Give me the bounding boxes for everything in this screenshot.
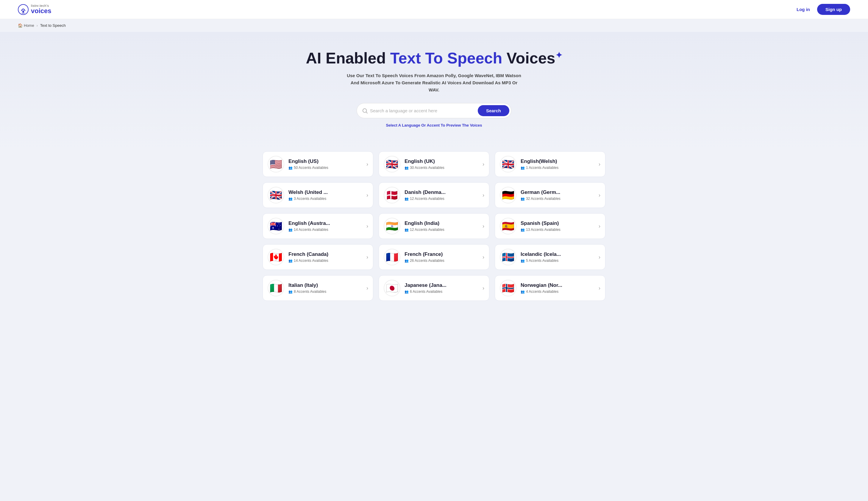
voice-name: Welsh (United ... — [288, 190, 362, 195]
voice-name: English (India) — [405, 221, 479, 226]
voice-info: German (Germ... 32 Accents Availables — [520, 190, 594, 201]
voice-name: Icelandic (Icela... — [520, 252, 594, 257]
hero-title: AI Enabled Text To Speech Voices✦ — [6, 50, 862, 67]
voice-card[interactable]: 🇫🇷 French (France) 26 Accents Availables… — [378, 244, 490, 270]
chevron-right-icon: › — [366, 192, 368, 199]
chevron-right-icon: › — [483, 285, 484, 291]
voice-card[interactable]: 🇪🇸 Spanish (Spain) 13 Accents Availables… — [495, 213, 605, 239]
flag-icon: 🇳🇴 — [500, 280, 516, 296]
voice-info: Italian (Italy) 8 Accents Availables — [288, 283, 362, 294]
voice-accents: 12 Accents Availables — [405, 227, 479, 232]
breadcrumb-home-label: Home — [24, 23, 34, 28]
signup-button[interactable]: Sign up — [817, 4, 850, 15]
voice-info: English(Welsh) 1 Accents Availables — [520, 159, 594, 170]
login-button[interactable]: Log in — [796, 7, 810, 12]
flag-icon: 🇪🇸 — [500, 218, 516, 234]
hero-title-blue: Text To Speech — [390, 50, 503, 67]
hero-title-part1: AI Enabled — [306, 50, 390, 67]
voice-card[interactable]: 🇮🇳 English (India) 12 Accents Availables… — [378, 213, 490, 239]
chevron-right-icon: › — [483, 192, 484, 199]
voice-name: German (Germ... — [520, 190, 594, 195]
flag-icon: 🇩🇪 — [500, 187, 516, 203]
hero-subtitle: Use Our Text To Speech Voices From Amazo… — [345, 72, 523, 94]
voice-card[interactable]: 🇬🇧 English(Welsh) 1 Accents Availables › — [495, 151, 605, 177]
home-icon: 🏠 — [18, 23, 23, 28]
voice-accents: 30 Accents Availables — [405, 166, 479, 170]
chevron-right-icon: › — [483, 223, 484, 230]
svg-line-5 — [366, 112, 367, 113]
search-section: Search — [6, 103, 862, 118]
voice-card[interactable]: 🇺🇸 English (US) 50 Accents Availables › — [263, 151, 373, 177]
voice-info: English (Austra... 14 Accents Availables — [288, 221, 362, 232]
voice-card[interactable]: 🇬🇧 Welsh (United ... 3 Accents Available… — [263, 182, 373, 208]
voices-grid: 🇺🇸 English (US) 50 Accents Availables › … — [255, 151, 613, 319]
voice-card[interactable]: 🇨🇦 French (Canada) 14 Accents Availables… — [263, 244, 373, 270]
voice-accents: 26 Accents Availables — [405, 258, 479, 263]
logo-bottom-text: voices — [31, 8, 52, 14]
flag-icon: 🇬🇧 — [384, 156, 400, 172]
voice-card[interactable]: 🇯🇵 Japanese (Jana... 6 Accents Available… — [378, 275, 490, 301]
hero-title-part2: Voices — [502, 50, 555, 67]
search-input[interactable] — [370, 108, 475, 113]
voice-card[interactable]: 🇦🇺 English (Austra... 14 Accents Availab… — [263, 213, 373, 239]
voice-name: French (France) — [405, 252, 479, 257]
voice-name: Italian (Italy) — [288, 283, 362, 288]
voice-info: Welsh (United ... 3 Accents Availables — [288, 190, 362, 201]
flag-icon: 🇯🇵 — [384, 280, 400, 296]
voice-accents: 6 Accents Availables — [405, 289, 479, 294]
voice-accents: 3 Accents Availables — [288, 196, 362, 201]
voice-name: French (Canada) — [288, 252, 362, 257]
voice-name: English(Welsh) — [520, 159, 594, 164]
chevron-right-icon: › — [366, 223, 368, 230]
voice-accents: 32 Accents Availables — [520, 196, 594, 201]
search-button[interactable]: Search — [478, 105, 509, 116]
chevron-right-icon: › — [598, 161, 601, 167]
flag-icon: 🇦🇺 — [267, 218, 284, 234]
voice-accents: 13 Accents Availables — [520, 227, 594, 232]
logo-icon — [18, 4, 29, 15]
nav-actions: Log in Sign up — [796, 4, 850, 15]
search-bar: Search — [356, 103, 512, 118]
flag-icon: 🇨🇦 — [267, 249, 284, 265]
voice-info: French (France) 26 Accents Availables — [405, 252, 479, 263]
chevron-right-icon: › — [598, 223, 601, 230]
breadcrumb: 🏠 Home › Text to Speech — [0, 19, 868, 32]
flag-icon: 🇬🇧 — [267, 187, 284, 203]
voice-accents: 50 Accents Availables — [288, 166, 362, 170]
logo-text: listnr.tech's voices — [31, 4, 52, 14]
chevron-right-icon: › — [366, 161, 368, 167]
voice-name: English (UK) — [405, 159, 479, 164]
voice-card[interactable]: 🇬🇧 English (UK) 30 Accents Availables › — [378, 151, 490, 177]
voice-card[interactable]: 🇩🇪 German (Germ... 32 Accents Availables… — [495, 182, 605, 208]
voice-info: English (US) 50 Accents Availables — [288, 159, 362, 170]
voice-accents: 4 Accents Availables — [520, 289, 594, 294]
voice-card[interactable]: 🇳🇴 Norwegian (Nor... 4 Accents Available… — [495, 275, 605, 301]
logo[interactable]: listnr.tech's voices — [18, 4, 52, 14]
voice-name: Norwegian (Nor... — [520, 283, 594, 288]
voice-name: English (Austra... — [288, 221, 362, 226]
chevron-right-icon: › — [366, 254, 368, 260]
voice-accents: 14 Accents Availables — [288, 258, 362, 263]
breadcrumb-home-link[interactable]: 🏠 Home — [18, 23, 34, 28]
voice-accents: 12 Accents Availables — [405, 196, 479, 201]
voice-accents: 1 Accents Availables — [520, 166, 594, 170]
voice-name: Japanese (Jana... — [405, 283, 479, 288]
voice-info: Icelandic (Icela... 5 Accents Availables — [520, 252, 594, 263]
search-icon — [362, 108, 367, 114]
chevron-right-icon: › — [366, 285, 368, 291]
chevron-right-icon: › — [483, 254, 484, 260]
flag-icon: 🇩🇰 — [384, 187, 400, 203]
voice-info: English (UK) 30 Accents Availables — [405, 159, 479, 170]
hero-hint: Select A Language Or Accent To Preview T… — [6, 123, 862, 127]
chevron-right-icon: › — [483, 161, 484, 167]
voice-card[interactable]: 🇮🇸 Icelandic (Icela... 5 Accents Availab… — [495, 244, 605, 270]
hero-star-icon: ✦ — [556, 51, 562, 60]
voice-name: Spanish (Spain) — [520, 221, 594, 226]
voice-name: Danish (Denma... — [405, 190, 479, 195]
flag-icon: 🇬🇧 — [500, 156, 516, 172]
chevron-right-icon: › — [598, 254, 601, 260]
navbar: listnr.tech's voices Log in Sign up — [0, 0, 868, 19]
voice-card[interactable]: 🇮🇹 Italian (Italy) 8 Accents Availables … — [263, 275, 373, 301]
flag-icon: 🇫🇷 — [384, 249, 400, 265]
voice-card[interactable]: 🇩🇰 Danish (Denma... 12 Accents Available… — [378, 182, 490, 208]
